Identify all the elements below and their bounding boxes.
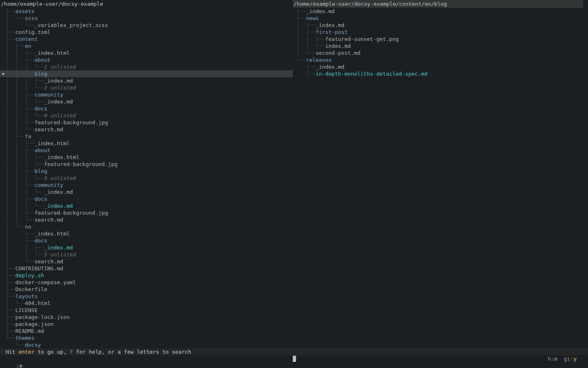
tree-item-file[interactable]: │ │ └──search.md xyxy=(0,126,293,133)
tree-item-file[interactable]: │ │ │ ├──_index.html xyxy=(0,154,293,161)
tree-item-file[interactable]: │ │ └──index.md xyxy=(293,43,588,49)
entry-name: search.md xyxy=(34,258,63,265)
entry-name: 9 unlisted xyxy=(44,112,76,119)
tree-branch-lines: │ │ ├── xyxy=(6,105,34,112)
tree-branch-lines: ├── xyxy=(6,279,15,285)
entry-name: en xyxy=(25,43,31,49)
entry-name: featured-background.jpg xyxy=(34,119,108,126)
tree-item-file[interactable]: │ │ │ ├──_index.md xyxy=(0,77,293,84)
tree-branch-lines: ├── xyxy=(6,314,15,320)
tree-item-file[interactable]: │ │ ├──_index.html xyxy=(0,140,293,147)
tree-item-file[interactable]: ├──LICENSE xyxy=(0,307,293,314)
tree-item-file[interactable]: │ │ ├──_index.html xyxy=(0,49,293,56)
command-input[interactable]: :e xyxy=(16,363,22,368)
entry-name: _index.md xyxy=(44,203,73,209)
tree-item-directory[interactable]: │ └──no xyxy=(0,223,293,230)
tree-branch-lines: ├── xyxy=(6,272,15,278)
tree-branch-lines: │ │ ├── xyxy=(6,147,34,153)
tree-item-directory[interactable]: │ │ ├──community xyxy=(0,91,293,98)
tree-branch-lines: ├── xyxy=(6,265,15,272)
entry-name: search.md xyxy=(34,217,63,223)
tree-item-directory[interactable]: │ │ ├──docs xyxy=(0,105,293,112)
selection-arrow-icon: ▶ xyxy=(2,70,4,77)
tree-item-file[interactable]: │ └──_variables_project.scss xyxy=(0,22,293,29)
tree-item-directory[interactable]: ├──assets xyxy=(0,8,293,15)
tree-item-file[interactable]: │ │ │ └──_index.md xyxy=(0,202,293,209)
tree-item-file[interactable]: ├──config.toml xyxy=(0,29,293,36)
tree-item-directory[interactable]: ├──layouts xyxy=(0,293,293,300)
tree-branch-lines: │ │ │ └── xyxy=(6,161,44,167)
tree-branch-lines: │ │ ├── xyxy=(6,168,34,174)
tree-item-file[interactable]: │ │ ├──featured-background.jpg xyxy=(0,209,293,216)
entry-name: package.json xyxy=(15,321,53,327)
tree-item-file[interactable]: │ │ ├──featured-sunset-get.png xyxy=(293,36,588,43)
tree-item-unlisted-count: │ │ │ └──2 unlisted xyxy=(0,63,293,70)
tree-item-file[interactable]: ├──Dockerfile xyxy=(0,286,293,293)
tree-item-directory[interactable]: │ ├──docs xyxy=(0,237,293,244)
tree-item-directory[interactable]: │ ├──fa xyxy=(0,133,293,140)
tree-item-file[interactable]: └──in-depth-monoliths-detailed-spec.md xyxy=(293,70,588,77)
tree-item-file[interactable]: │ │ │ └──_index.md xyxy=(0,188,293,195)
tree-item-directory[interactable]: │ ├──first-post xyxy=(293,29,588,36)
entry-name: index.md xyxy=(325,43,351,49)
entry-name: deploy.sh xyxy=(15,272,44,278)
tree-item-file[interactable]: │ │ │ └──featured-background.jpg xyxy=(0,161,293,168)
entry-name: _index.md xyxy=(316,22,344,28)
tree-item-file[interactable]: ├──CONTRIBUTING.md xyxy=(0,265,293,272)
tree-item-file[interactable]: │ └──404.html xyxy=(0,300,293,307)
toggle-separator xyxy=(557,356,564,362)
entry-name: in-depth-monoliths-detailed-spec.md xyxy=(316,71,428,77)
tree-item-directory[interactable]: ├──content xyxy=(0,36,293,43)
entry-name: releases xyxy=(306,57,332,63)
tree-item-directory[interactable]: ├──news xyxy=(293,15,588,22)
tree-item-file[interactable]: │ ├──_index.md xyxy=(293,22,588,29)
tree-branch-lines: │ │ │ ├── xyxy=(6,78,44,84)
toggle-label-h: h: xyxy=(548,356,555,362)
entry-name: CONTRIBUTING.md xyxy=(15,265,63,272)
tree-item-file[interactable]: ├──package-lock.json xyxy=(0,314,293,321)
tree-item-file[interactable]: │ │ │ └──_index.md xyxy=(0,98,293,105)
tree-item-directory[interactable]: └──docsy xyxy=(0,341,293,348)
entry-name: README.md xyxy=(15,328,44,334)
tree-item-directory[interactable]: ▶│ │ ├──blog xyxy=(0,70,293,77)
tree-branch-lines: │ │ ├── xyxy=(6,182,34,188)
entry-name: themes xyxy=(15,335,34,341)
tree-branch-lines: │ └── xyxy=(6,258,34,265)
tree-branch-lines: └── xyxy=(6,342,25,348)
tree-item-directory[interactable]: │ │ ├──about xyxy=(0,147,293,154)
entry-name: about xyxy=(34,147,50,153)
tree-item-file[interactable]: ├──_index.md xyxy=(293,8,588,15)
tree-branch-lines: │ ├── xyxy=(6,43,25,49)
tree-branch-lines: ├── xyxy=(6,321,15,327)
broot-window: /home/example-user/docsy-example ├──asse… xyxy=(0,0,588,368)
tree-item-directory[interactable]: │ │ ├──about xyxy=(0,56,293,63)
right-tree: ├──_index.md├──news│ ├──_index.md│ ├──fi… xyxy=(293,8,588,77)
tree-item-directory[interactable]: └──releases xyxy=(293,56,588,63)
panels-area: /home/example-user/docsy-example ├──asse… xyxy=(0,0,588,348)
tree-branch-lines: └── xyxy=(6,335,15,341)
tree-branch-lines: │ ├── xyxy=(6,231,34,237)
tree-item-directory[interactable]: │ │ ├──docs xyxy=(0,195,293,202)
tree-item-directory[interactable]: │ │ ├──community xyxy=(0,182,293,188)
status-text: for help, or a few letters to search xyxy=(73,349,191,355)
tree-item-file[interactable]: ├──_index.md xyxy=(293,63,588,70)
tree-item-file[interactable]: ├──deploy.sh xyxy=(0,272,293,279)
tree-item-file[interactable]: │ │ ├──_index.md xyxy=(0,244,293,251)
tree-item-file[interactable]: │ │ └──search.md xyxy=(0,216,293,223)
tree-item-file[interactable]: │ ├──_index.html xyxy=(0,230,293,237)
tree-branch-lines: │ │ │ └── xyxy=(6,99,44,105)
tree-item-directory[interactable]: │ └──scss xyxy=(0,15,293,22)
tree-item-file[interactable]: ├──package.json xyxy=(0,321,293,328)
entry-name: _index.html xyxy=(34,231,69,237)
tree-item-directory[interactable]: │ │ ├──blog xyxy=(0,168,293,175)
status-text: Hit xyxy=(6,349,18,355)
tree-item-file[interactable]: │ │ ├──featured-background.jpg xyxy=(0,119,293,126)
tree-item-file[interactable]: ├──README.md xyxy=(0,328,293,334)
tree-item-directory[interactable]: │ ├──en xyxy=(0,43,293,49)
bottom-filler xyxy=(0,362,588,368)
tree-item-file[interactable]: ├──docker-compose.yaml xyxy=(0,279,293,286)
tree-item-file[interactable]: │ └──second-post.md xyxy=(293,49,588,56)
tree-item-directory[interactable]: └──themes xyxy=(0,334,293,341)
entry-name: package-lock.json xyxy=(15,314,69,320)
tree-item-file[interactable]: │ └──search.md xyxy=(0,258,293,265)
